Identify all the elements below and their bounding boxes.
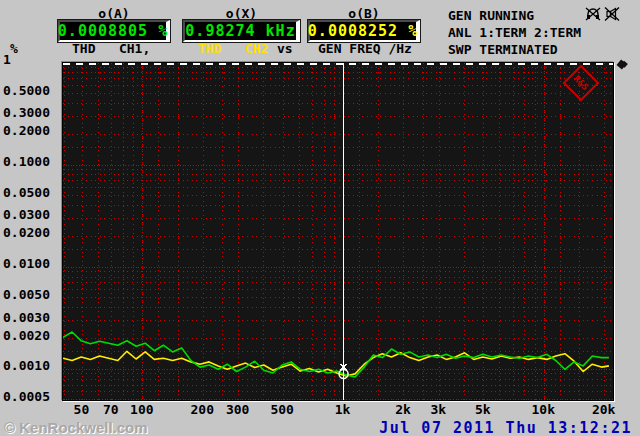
generator-status: GEN RUNNING (448, 9, 534, 22)
speaker-muted-icon (604, 6, 620, 22)
meter-b-readout: 0.0008252 % (308, 20, 420, 42)
rs-logo-text: R&S (572, 74, 591, 93)
x-tick-3k: 3k (413, 403, 463, 416)
y-tick-0.0010: 0.0010 (3, 359, 59, 372)
y-tick-0.1000: 0.1000 (3, 155, 59, 168)
analyzer-screen: o(A) o(X) o(B) 0.0008805 % 0.98274 kHz 0… (0, 0, 640, 436)
x-axis-unit-label: GEN FREQ /Hz (318, 42, 412, 55)
x-tick-100: 100 (117, 403, 167, 416)
y-tick-0.0050: 0.0050 (3, 288, 59, 301)
analyzer-status: ANL 1:TERM 2:TERM (448, 26, 581, 39)
ch2-trace-label: THD CH2 (198, 42, 268, 55)
y-tick-0.2000: 0.2000 (3, 124, 59, 137)
y-tick-0.0005: 0.0005 (3, 390, 59, 403)
headphones-muted-icon (585, 6, 601, 22)
marker-pin-icon (617, 60, 627, 70)
meter-b-caption: o(B) (308, 6, 420, 21)
thd-ch2-trace (63, 351, 609, 376)
timestamp: Jul 07 2011 Thu 13:12:21 (379, 419, 632, 436)
x-tick-5k: 5k (458, 403, 508, 416)
sweep-plot-canvas (63, 63, 613, 400)
y-tick-0.0300: 0.0300 (3, 208, 59, 221)
meter-x-readout: 0.98274 kHz (183, 20, 300, 42)
sweep-status: SWP TERMINATED (448, 43, 558, 56)
meter-a-value: 0.0008805 % (58, 22, 168, 40)
meter-a-caption: o(A) (58, 6, 170, 21)
y-tick-0.0500: 0.0500 (3, 186, 59, 199)
y-tick-0.0200: 0.0200 (3, 226, 59, 239)
y-tick-0.3000: 0.3000 (3, 106, 59, 119)
x-tick-500: 500 (257, 403, 307, 416)
sweep-plot-area: R&S (62, 62, 614, 401)
y-tick-0.0030: 0.0030 (3, 311, 59, 324)
vs-label: vs (277, 42, 293, 55)
x-tick-1k: 1k (318, 403, 368, 416)
y-tick-0.5000: 0.5000 (3, 84, 59, 97)
thd-ch1-trace (63, 332, 609, 377)
meter-x-value: 0.98274 kHz (185, 22, 295, 40)
meter-a-readout: 0.0008805 % (58, 20, 170, 42)
y-tick-1: 1 (3, 53, 59, 66)
x-tick-20k: 20k (579, 403, 629, 416)
meter-x-caption: o(X) (183, 6, 300, 21)
y-tick-0.0100: 0.0100 (3, 257, 59, 270)
meter-b-value: 0.0008252 % (308, 22, 418, 40)
y-tick-0.0020: 0.0020 (3, 329, 59, 342)
watermark: © KenRockwell.com (4, 419, 148, 436)
x-tick-300: 300 (213, 403, 263, 416)
x-tick-10k: 10k (518, 403, 568, 416)
ch1-trace-label: THD CH1, (72, 42, 150, 55)
